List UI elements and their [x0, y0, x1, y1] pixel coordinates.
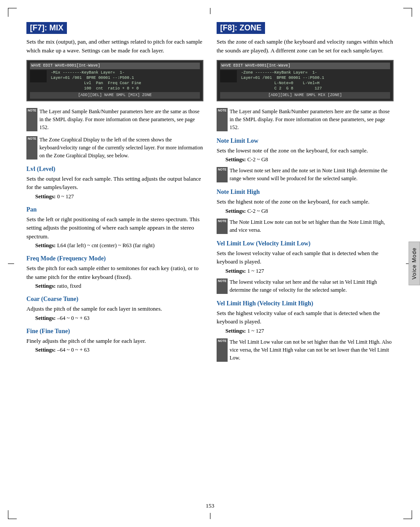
- left-section-header-lvl: Lvl (Level): [26, 166, 203, 173]
- right-section-settings-note-limit-high: Settings: C-2 ~ G8: [225, 208, 394, 215]
- right-section-desc-vel-limit-low: Sets the lowest velocity value of each s…: [217, 249, 394, 266]
- left-section-settings-freq: Settings: ratio, fixed: [35, 283, 203, 289]
- right-section-desc-note-limit-low: Sets the lowest note of the zone on the …: [217, 146, 394, 155]
- right-section-note-text-vel-limit-low: The lowest velocity value set here and t…: [229, 278, 394, 294]
- right-display: WAVE EDIT WAVE=0001[Int-Wave] -Zone ----…: [217, 60, 394, 101]
- right-section-vel-limit-low: Vel Limit Low (Velocity Limit Low)Sets t…: [217, 240, 394, 294]
- right-section-note-note-limit-low: NOTEThe lowest note set here and the not…: [217, 167, 394, 182]
- right-section-note-note-limit-high: NOTEThe Note Limit Low note can not be s…: [217, 218, 394, 234]
- right-section-header-note-limit-low: Note Limit Low: [217, 137, 394, 145]
- right-section-note-text-vel-limit-high: The Vel Limit Low value can not be set h…: [229, 338, 394, 362]
- left-note-1-text: The Layer and Sample Bank/Number paramet…: [39, 108, 203, 131]
- right-display-content: -Zone --------KeyBank Layer= 1- Layer=01…: [220, 70, 390, 92]
- right-section-note-text-note-limit-high: The Note Limit Low note can not be set h…: [229, 218, 394, 234]
- page-content: [F7]: MIX Sets the mix (output), pan, an…: [0, 0, 420, 393]
- right-section-note-icon-vel-limit-high: NOTE: [217, 338, 228, 362]
- left-section-settings-lvl: Settings: 0 ~ 127: [35, 193, 203, 200]
- left-section-settings-fine: Settings: –64 ~ 0 ~ + 63: [35, 347, 203, 353]
- right-section-vel-limit-high: Vel Limit High (Velocity Limit High)Sets…: [217, 300, 394, 362]
- left-note-2: NOTE The Zone Graphical Display to the l…: [26, 136, 203, 160]
- right-section-desc-note-limit-high: Sets the highest note of the zone on the…: [217, 197, 394, 206]
- left-display-content: -Mix --------KeyBank Layer= 1- Layer=01 …: [30, 70, 200, 92]
- left-intro: Sets the mix (output), pan, and other se…: [26, 37, 203, 55]
- right-column: [F8]: ZONE Sets the zone of each sample …: [217, 22, 394, 366]
- right-section-header-vel-limit-high: Vel Limit High (Velocity Limit High): [217, 300, 394, 307]
- left-display-text: -Mix --------KeyBank Layer= 1- Layer=01 …: [48, 70, 141, 92]
- right-section-settings-note-limit-low: Settings: C-2 ~ G8: [225, 156, 394, 163]
- right-section-note-icon-note-limit-high: NOTE: [217, 219, 228, 234]
- right-section-desc-vel-limit-high: Sets the highest velocity value of each …: [217, 309, 394, 326]
- right-section-note-icon-vel-limit-low: NOTE: [217, 278, 228, 294]
- left-section-settings-pan: Settings: L64 (far left) ~ cnt (center) …: [35, 242, 203, 249]
- right-section-settings-vel-limit-low: Settings: 1 ~ 127: [225, 268, 394, 275]
- left-section-header-coar: Coar (Coarse Tune): [26, 296, 203, 303]
- right-section-note-text-note-limit-low: The lowest note set here and the note se…: [229, 167, 394, 182]
- left-display: WAVE EDIT WAVE=0001[Int-Wave] -Mix -----…: [26, 60, 203, 101]
- right-section-header: [F8]: ZONE: [217, 22, 265, 34]
- left-section-desc-coar: Adjusts the pitch of the sample for each…: [26, 304, 203, 313]
- right-note-1: NOTE The Layer and Sample Bank/Number pa…: [217, 108, 394, 131]
- left-sections: Lvl (Level)Sets the output level for eac…: [26, 166, 203, 354]
- right-display-text: -Zone --------KeyBank Layer= 1- Layer=01…: [239, 70, 324, 92]
- corner-mark-tr: [403, 8, 412, 17]
- corner-mark-br: [403, 510, 412, 519]
- right-section-note-vel-limit-low: NOTEThe lowest velocity value set here a…: [217, 278, 394, 294]
- left-section-header-pan: Pan: [26, 206, 203, 213]
- crosshair-left: [8, 264, 14, 264]
- right-section-header-vel-limit-low: Vel Limit Low (Velocity Limit Low): [217, 240, 394, 247]
- right-section-header-note-limit-high: Note Limit High: [217, 189, 394, 196]
- left-section-fine: Fine (Fine Tune)Finely adjusts the pitch…: [26, 328, 203, 354]
- left-section-settings-coar: Settings: –64 ~ 0 ~ + 63: [35, 315, 203, 322]
- right-section-note-icon-note-limit-low: NOTE: [217, 167, 228, 182]
- left-section-header: [F7]: MIX: [26, 22, 67, 34]
- right-section-note-limit-low: Note Limit LowSets the lowest note of th…: [217, 137, 394, 183]
- crosshair-bottom: [210, 513, 210, 519]
- right-section-note-vel-limit-high: NOTEThe Vel Limit Low value can not be s…: [217, 338, 394, 362]
- left-note-2-icon: NOTE: [26, 136, 37, 160]
- page-number: 153: [206, 502, 214, 509]
- corner-mark-bl: [8, 510, 17, 519]
- right-section-settings-vel-limit-high: Settings: 1 ~ 127: [225, 328, 394, 334]
- left-section-desc-lvl: Sets the output level for each sample. T…: [26, 174, 203, 192]
- right-note-1-text: The Layer and Sample Bank/Number paramet…: [229, 108, 394, 131]
- left-display-bottom: [ADD][DEL] NAME SMPL [MIX] ZONE: [30, 92, 200, 99]
- left-note-1: NOTE The Layer and Sample Bank/Number pa…: [26, 108, 203, 131]
- right-note-1-icon: NOTE: [217, 108, 228, 131]
- left-section-desc-freq: Sets the pitch for each sample either to…: [26, 264, 203, 281]
- left-note-2-text: The Zone Graphical Display to the left o…: [39, 136, 203, 160]
- left-display-top: WAVE EDIT WAVE=0001[Int-Wave]: [30, 63, 200, 69]
- left-column: [F7]: MIX Sets the mix (output), pan, an…: [26, 22, 203, 366]
- right-sections: Note Limit LowSets the lowest note of th…: [217, 137, 394, 362]
- left-display-graphic: [30, 70, 47, 82]
- left-section-header-freq: Freq Mode (Frequency Mode): [26, 255, 203, 262]
- right-intro: Sets the zone of each sample (the keyboa…: [217, 37, 394, 55]
- left-section-desc-pan: Sets the left or right positioning of ea…: [26, 215, 203, 241]
- left-section-pan: PanSets the left or right positioning of…: [26, 206, 203, 249]
- side-tab: Voice Mode: [409, 242, 420, 286]
- crosshair-top: [210, 8, 210, 14]
- corner-mark-tl: [8, 8, 17, 17]
- right-display-graphic: [220, 70, 237, 82]
- left-note-1-icon: NOTE: [26, 108, 37, 131]
- right-display-top: WAVE EDIT WAVE=0001[Int-Wave]: [220, 63, 390, 69]
- right-display-bottom: [ADD][DEL] NAME SMPL MIX [ZONE]: [220, 92, 390, 99]
- left-section-freq: Freq Mode (Frequency Mode)Sets the pitch…: [26, 255, 203, 289]
- left-section-coar: Coar (Coarse Tune)Adjusts the pitch of t…: [26, 296, 203, 322]
- right-section-note-limit-high: Note Limit HighSets the highest note of …: [217, 189, 394, 234]
- left-section-desc-fine: Finely adjusts the pitch of the sample f…: [26, 337, 203, 345]
- left-section-header-fine: Fine (Fine Tune): [26, 328, 203, 335]
- left-section-lvl: Lvl (Level)Sets the output level for eac…: [26, 166, 203, 200]
